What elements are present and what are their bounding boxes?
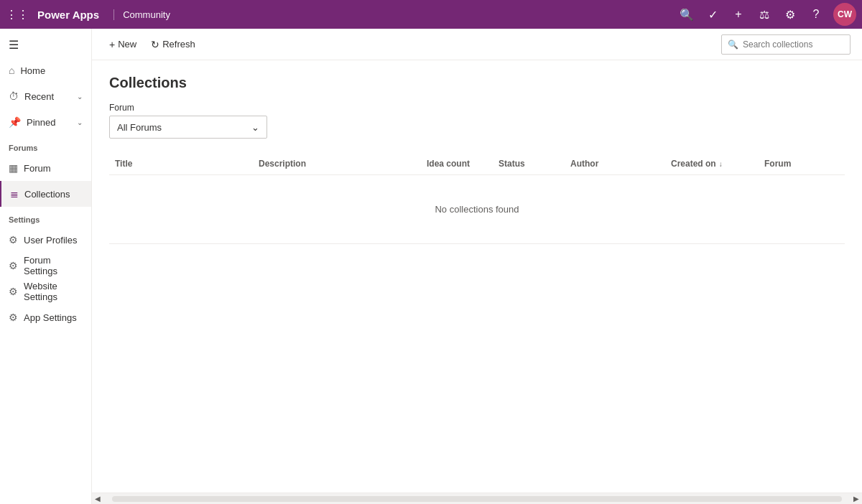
- sidebar-item-forum-settings[interactable]: ⚙ Forum Settings: [0, 253, 91, 279]
- sidebar-item-forum-settings-label: Forum Settings: [24, 255, 83, 276]
- refresh-label: Refresh: [162, 39, 195, 50]
- search-icon: 🔍: [728, 39, 738, 50]
- col-header-forum: Forum: [759, 159, 845, 169]
- main-layout: ☰ ⌂ Home ⏱ Recent ⌄ 📌 Pinned ⌄ Forums ▦ …: [0, 29, 862, 504]
- empty-message: No collections found: [109, 175, 845, 244]
- refresh-button[interactable]: ↻ Refresh: [145, 34, 201, 55]
- pinned-icon: 📌: [9, 116, 21, 128]
- search-input[interactable]: [743, 39, 844, 50]
- checkmark-button[interactable]: ✓: [701, 3, 724, 26]
- col-header-description: Description: [253, 159, 421, 169]
- help-button[interactable]: ?: [805, 3, 828, 26]
- sidebar: ☰ ⌂ Home ⏱ Recent ⌄ 📌 Pinned ⌄ Forums ▦ …: [0, 29, 92, 504]
- sidebar-item-home-label: Home: [20, 65, 45, 76]
- website-settings-icon: ⚙: [9, 286, 18, 297]
- sidebar-item-forum[interactable]: ▦ Forum: [0, 155, 91, 181]
- collections-icon: ≣: [10, 188, 19, 200]
- forum-icon: ▦: [9, 162, 18, 174]
- sidebar-item-collections[interactable]: ≣ Collections: [0, 181, 91, 207]
- sidebar-item-user-profiles[interactable]: ⚙ User Profiles: [0, 227, 91, 253]
- avatar[interactable]: CW: [833, 3, 856, 26]
- sidebar-item-user-profiles-label: User Profiles: [24, 235, 77, 246]
- sidebar-item-recent[interactable]: ⏱ Recent ⌄: [0, 83, 91, 109]
- forum-filter-label: Forum: [109, 103, 845, 113]
- sidebar-item-collections-label: Collections: [24, 189, 70, 200]
- page-title: Collections: [109, 75, 845, 91]
- plus-icon: +: [109, 39, 115, 50]
- settings-section-label: Settings: [0, 207, 91, 227]
- settings-button[interactable]: ⚙: [779, 3, 802, 26]
- sidebar-item-app-settings-label: App Settings: [24, 312, 77, 323]
- col-header-idea-count: Idea count: [421, 159, 493, 169]
- home-icon: ⌂: [9, 65, 14, 76]
- scroll-left-arrow[interactable]: ◀: [95, 495, 101, 503]
- chevron-down-icon-pinned: ⌄: [77, 118, 83, 126]
- forums-section-label: Forums: [0, 135, 91, 155]
- user-profiles-icon: ⚙: [9, 234, 18, 246]
- app-settings-icon: ⚙: [9, 312, 18, 323]
- chevron-down-icon: ⌄: [77, 93, 83, 101]
- scrollbar-track[interactable]: [112, 496, 842, 502]
- brand-label: Power Apps: [37, 9, 99, 21]
- dropdown-chevron-icon: ⌄: [251, 122, 259, 133]
- sidebar-item-website-settings[interactable]: ⚙ Website Settings: [0, 279, 91, 304]
- topbar-icons: 🔍 ✓ + ⚖ ⚙ ? CW: [675, 3, 856, 26]
- sidebar-item-pinned[interactable]: 📌 Pinned ⌄: [0, 109, 91, 135]
- sidebar-item-forum-label: Forum: [24, 163, 51, 174]
- sidebar-item-app-settings[interactable]: ⚙ App Settings: [0, 304, 91, 330]
- grid-icon[interactable]: ⋮⋮: [6, 8, 29, 22]
- forum-dropdown[interactable]: All Forums ⌄: [109, 116, 267, 139]
- sort-icon: ↓: [719, 160, 723, 168]
- bottom-scrollbar[interactable]: ◀ ▶: [92, 493, 862, 504]
- sidebar-item-pinned-label: Pinned: [27, 117, 55, 128]
- toolbar: + New ↻ Refresh 🔍: [92, 29, 862, 60]
- refresh-icon: ↻: [151, 39, 159, 50]
- sidebar-item-website-settings-label: Website Settings: [24, 281, 83, 302]
- table-header: Title Description Idea count Status Auth…: [109, 153, 845, 175]
- col-header-status: Status: [493, 159, 565, 169]
- forum-settings-icon: ⚙: [9, 260, 18, 271]
- col-header-created-on[interactable]: Created on ↓: [665, 159, 759, 169]
- recent-icon: ⏱: [9, 90, 19, 102]
- sidebar-item-home[interactable]: ⌂ Home: [0, 57, 91, 83]
- new-label: New: [118, 39, 136, 50]
- new-button[interactable]: + New: [103, 34, 142, 55]
- plus-button[interactable]: +: [727, 3, 750, 26]
- search-topbar-button[interactable]: 🔍: [675, 3, 698, 26]
- scroll-right-arrow[interactable]: ▶: [853, 495, 859, 503]
- page-content: Collections Forum All Forums ⌄ Title Des…: [92, 60, 862, 493]
- sidebar-item-recent-label: Recent: [24, 91, 54, 102]
- forum-dropdown-value: All Forums: [117, 122, 162, 133]
- search-box[interactable]: 🔍: [721, 34, 851, 55]
- topbar: ⋮⋮ Power Apps Community 🔍 ✓ + ⚖ ⚙ ? CW: [0, 0, 862, 29]
- community-label: Community: [113, 9, 170, 20]
- content-area: + New ↻ Refresh 🔍 Collections Forum All …: [92, 29, 862, 504]
- hamburger-button[interactable]: ☰: [0, 32, 91, 57]
- filter-button[interactable]: ⚖: [753, 3, 776, 26]
- col-header-author: Author: [565, 159, 665, 169]
- col-header-title: Title: [109, 159, 253, 169]
